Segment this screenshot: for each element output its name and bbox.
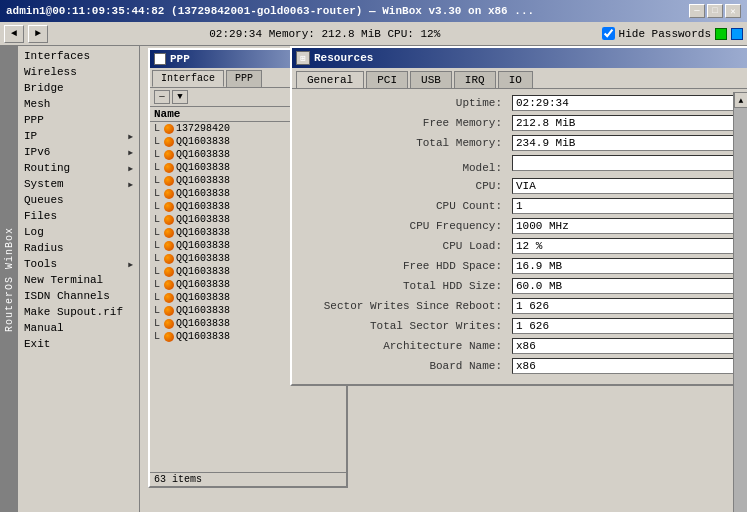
row-prefix: L [154,266,162,277]
row-prefix: L [154,318,162,329]
resource-value[interactable]: 1000 MHz [512,218,747,234]
resource-value[interactable] [512,155,747,171]
resource-field-row: Board Name: x86 [302,358,747,374]
minimize-button[interactable]: — [689,4,705,18]
sidebar-item-radius[interactable]: Radius [18,240,139,256]
sidebar-item-new-terminal[interactable]: New Terminal [18,272,139,288]
row-name: QQ1603838 [176,292,230,303]
row-status-icon [164,189,174,199]
sidebar-item-isdn[interactable]: ISDN Channels [18,288,139,304]
window-controls: — □ ✕ [689,4,741,18]
row-status-icon [164,319,174,329]
resource-value[interactable]: VIA [512,178,747,194]
title-text: admin1@00:11:09:35:44:82 (13729842001-go… [6,5,534,17]
ppp-filter-button[interactable]: ▼ [172,90,188,104]
sidebar-item-log[interactable]: Log [18,224,139,240]
res-tab-usb[interactable]: USB [410,71,452,88]
row-name: QQ1603838 [176,253,230,264]
sidebar-item-ipv6[interactable]: IPv6 ▶ [18,144,139,160]
sidebar-item-interfaces[interactable]: Interfaces [18,48,139,64]
sidebar-item-exit[interactable]: Exit [18,336,139,352]
row-name: QQ1603838 [176,227,230,238]
resource-label: Board Name: [302,360,512,372]
resource-value[interactable]: x86 [512,338,747,354]
row-prefix: L [154,292,162,303]
row-status-icon [164,228,174,238]
sidebar-item-tools[interactable]: Tools ▶ [18,256,139,272]
sidebar-item-manual[interactable]: Manual [18,320,139,336]
res-tab-io[interactable]: IO [498,71,533,88]
resource-value[interactable]: 16.9 MB [512,258,747,274]
sidebar-item-supout[interactable]: Make Supout.rif [18,304,139,320]
hide-passwords-checkbox[interactable] [602,27,615,40]
resource-field-row: CPU Frequency: 1000 MHz [302,218,747,234]
row-name: QQ1603838 [176,279,230,290]
resource-label: Uptime: [302,97,512,109]
resource-label: CPU: [302,180,512,192]
row-prefix: L [154,123,162,134]
resource-field-row: CPU: VIA [302,178,747,194]
row-prefix: L [154,331,162,342]
resource-field-row: Uptime: 02:29:34 [302,95,747,111]
maximize-button[interactable]: □ [707,4,723,18]
row-name: QQ1603838 [176,136,230,147]
resource-value[interactable]: 1 626 [512,318,747,334]
sidebar-label-new-terminal: New Terminal [24,274,103,286]
sidebar-item-routing[interactable]: Routing ▶ [18,160,139,176]
resource-value[interactable]: 02:29:34 [512,95,747,111]
ppp-status-bar: 63 items [150,472,346,486]
resources-window: ⊞ Resources ✕ General PCI USB IRQ IO Upt… [290,46,747,386]
main-scrollbar[interactable]: ▲ ▼ [733,92,747,512]
res-tab-pci[interactable]: PCI [366,71,408,88]
resource-value[interactable]: 60.0 MB [512,278,747,294]
row-status-icon [164,293,174,303]
sidebar-item-queues[interactable]: Queues [18,192,139,208]
row-status-icon [164,202,174,212]
forward-button[interactable]: ► [28,25,48,43]
sidebar-item-files[interactable]: Files [18,208,139,224]
resource-field-row: Model: [302,155,747,174]
resource-field-row: Architecture Name: x86 [302,338,747,354]
resource-value[interactable]: 12 % [512,238,747,254]
row-prefix: L [154,162,162,173]
sidebar-label-routing: Routing [24,162,70,174]
row-status-icon [164,267,174,277]
resource-field-row: Free HDD Space: 16.9 MB [302,258,747,274]
sidebar: RouterOS WinBox Interfaces Wireless Brid… [0,46,140,512]
sidebar-label-tools: Tools [24,258,57,270]
sidebar-item-system[interactable]: System ▶ [18,176,139,192]
res-tab-general[interactable]: General [296,71,364,88]
res-tab-irq[interactable]: IRQ [454,71,496,88]
sidebar-label-exit: Exit [24,338,50,350]
row-status-icon [164,176,174,186]
ppp-minus-button[interactable]: — [154,90,170,104]
arrow-icon-ip: ▶ [128,132,133,141]
hide-passwords-label: Hide Passwords [619,28,711,40]
resource-value[interactable]: 1 626 [512,298,747,314]
tab-interface[interactable]: Interface [152,70,224,87]
row-status-icon [164,124,174,134]
scroll-up-button[interactable]: ▲ [734,92,747,108]
sidebar-label-mesh: Mesh [24,98,50,110]
sidebar-item-bridge[interactable]: Bridge [18,80,139,96]
close-button[interactable]: ✕ [725,4,741,18]
back-button[interactable]: ◄ [4,25,24,43]
sidebar-item-ppp[interactable]: PPP [18,112,139,128]
resources-title-bar: ⊞ Resources ✕ [292,48,747,68]
row-name: 137298420 [176,123,230,134]
sidebar-item-mesh[interactable]: Mesh [18,96,139,112]
tab-ppp[interactable]: PPP [226,70,262,87]
sidebar-label-radius: Radius [24,242,64,254]
resource-value[interactable]: 212.8 MiB [512,115,747,131]
resource-value[interactable]: 234.9 MiB [512,135,747,151]
resource-label: Free HDD Space: [302,260,512,272]
title-bar: admin1@00:11:09:35:44:82 (13729842001-go… [0,0,747,22]
resource-value[interactable]: x86 [512,358,747,374]
resource-field-row: CPU Load: 12 % [302,238,747,254]
row-prefix: L [154,227,162,238]
sidebar-item-ip[interactable]: IP ▶ [18,128,139,144]
row-name: QQ1603838 [176,149,230,160]
sidebar-item-wireless[interactable]: Wireless [18,64,139,80]
resource-value[interactable]: 1 [512,198,747,214]
resource-label: Total Sector Writes: [302,320,512,332]
